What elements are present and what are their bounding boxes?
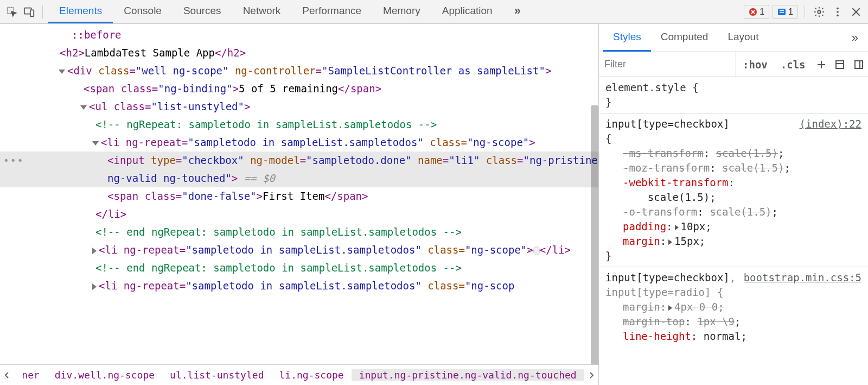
expand-shorthand-icon[interactable] [675,225,679,230]
css-property[interactable]: margin-top: 1px \9; [605,314,861,329]
dom-tree-panel: ::before <h2>LambdaTest Sample App</h2> … [0,24,599,385]
close-icon[interactable] [848,4,864,20]
svg-point-9 [837,11,839,13]
css-property[interactable]: -ms-transform: scale(1.5); [605,146,861,161]
css-property[interactable]: -moz-transform: scale(1.5); [605,161,861,175]
dom-node-li[interactable]: <li ng-repeat="sampletodo in sampleList.… [9,134,598,152]
tab-sources[interactable]: Sources [173,0,232,23]
rule-selector: input[type=checkbox] [605,117,800,131]
css-property[interactable]: padding:10px; [605,219,861,234]
css-property[interactable]: -webkit-transform: scale(1.5); [605,175,861,205]
dom-comment[interactable]: <!-- end ngRepeat: sampletodo in sampleL… [0,259,598,277]
device-toolbar-icon[interactable] [22,4,37,20]
breadcrumb-item[interactable]: li.ng-scope [271,369,351,381]
breadcrumb-scroll-left-icon[interactable] [0,372,14,378]
subtab-styles[interactable]: Styles [603,24,651,52]
styles-tab-bar: Styles Computed Layout » [599,24,868,52]
expand-shorthand-icon[interactable] [668,305,672,311]
expand-toggle-icon[interactable] [92,283,97,290]
dom-tree[interactable]: ::before <h2>LambdaTest Sample App</h2> … [0,24,598,364]
svg-point-7 [818,10,821,14]
subtab-computed[interactable]: Computed [651,24,718,52]
row-actions-icon[interactable]: ••• [3,152,24,169]
rule-selector: element.style { [605,80,861,95]
css-property[interactable]: line-height: normal; [605,329,861,344]
rule-source-link[interactable]: bootstrap.min.css:5 [744,270,861,300]
breadcrumb-item[interactable]: div.well.ng-scope [47,369,162,381]
svg-rect-11 [836,61,844,68]
dom-node-span-item[interactable]: <span class="done-false">First Item</spa… [0,187,598,205]
breadcrumb-trail: ner div.well.ng-scope ul.list-unstyled l… [0,364,598,385]
new-style-rule-icon[interactable] [812,59,831,70]
breadcrumb-item[interactable]: ner [14,369,47,381]
styles-toolbar: :hov .cls [599,52,868,77]
scrollbar[interactable] [591,105,598,364]
expand-toggle-icon[interactable] [59,70,65,74]
toggle-sidebar-icon[interactable] [850,59,868,70]
dom-node-ul[interactable]: <ul class="list-unstyled"> [0,98,598,116]
expand-shorthand-icon[interactable] [668,239,672,245]
hov-toggle[interactable]: :hov [736,59,774,71]
tab-elements[interactable]: Elements [48,0,113,23]
dom-node-li-collapsed[interactable]: <li ng-repeat="sampletodo in sampleList.… [9,277,598,295]
svg-rect-6 [780,12,784,13]
info-count: 1 [788,7,793,17]
tab-application[interactable]: Application [431,0,503,23]
svg-rect-12 [855,61,863,68]
css-property[interactable]: -o-transform: scale(1.5); [605,205,861,219]
svg-rect-5 [780,10,784,11]
svg-point-10 [837,14,839,16]
subtab-layout[interactable]: Layout [718,24,768,52]
pseudo-before: ::before [72,29,122,41]
css-property[interactable]: margin:15px; [605,234,861,249]
panel-tabs: Elements Console Sources Network Perform… [48,0,742,23]
rule-input-bootstrap[interactable]: input[type=checkbox], input[type=radio] … [599,267,868,347]
info-badge[interactable]: 1 [773,5,798,19]
expand-toggle-icon[interactable] [92,141,99,146]
dom-node-h2[interactable]: <h2>LambdaTest Sample App</h2> [0,44,598,62]
tab-console[interactable]: Console [113,0,173,23]
dom-node-input-selected[interactable]: •••<input type="checkbox" ng-model="samp… [0,152,598,187]
inspect-element-icon[interactable] [4,4,20,20]
tab-performance[interactable]: Performance [291,0,372,23]
expand-toggle-icon[interactable] [92,248,97,254]
dom-node-div[interactable]: <div class="well ng-scope" ng-controller… [9,62,598,80]
computed-styles-icon[interactable] [831,59,849,70]
dom-node-li-collapsed[interactable]: <li ng-repeat="sampletodo in sampleList.… [9,241,598,259]
styles-rules[interactable]: element.style { } input[type=checkbox] (… [599,77,868,385]
dom-comment[interactable]: <!-- ngRepeat: sampletodo in sampleList.… [0,116,598,134]
error-badge[interactable]: 1 [744,5,769,19]
rule-selector: input[type=checkbox], input[type=radio] … [605,270,744,300]
settings-gear-icon[interactable] [812,4,827,20]
svg-point-8 [837,7,839,9]
styles-panel: Styles Computed Layout » :hov .cls [599,24,868,385]
tab-network[interactable]: Network [232,0,292,23]
dom-comment[interactable]: <!-- end ngRepeat: sampletodo in sampleL… [0,223,598,241]
breadcrumb-item[interactable]: ul.list-unstyled [162,369,271,381]
css-property[interactable]: margin:4px 0 0; [605,300,861,314]
breadcrumb-scroll-right-icon[interactable] [584,372,598,378]
svg-rect-2 [30,10,34,16]
dom-node-span-remaining[interactable]: <span class="ng-binding">5 of 5 remainin… [0,80,598,98]
rule-input-checkbox[interactable]: input[type=checkbox] (index):22 { -ms-tr… [599,113,868,267]
kebab-menu-icon[interactable] [830,4,845,20]
breadcrumb-item-selected[interactable]: input.ng-pristine.ng-valid.ng-touched [352,369,584,381]
cls-toggle[interactable]: .cls [774,59,812,71]
tab-overflow-icon[interactable]: » [503,0,532,23]
styles-filter-input[interactable] [599,52,736,77]
error-count: 1 [760,7,764,17]
rule-element-style[interactable]: element.style { } [599,77,868,113]
dom-node-li-close[interactable]: </li> [0,205,598,223]
main-toolbar: Elements Console Sources Network Perform… [0,0,868,24]
expand-toggle-icon[interactable] [80,105,87,110]
subtab-overflow-icon[interactable]: » [846,31,864,45]
ellipsis-icon[interactable]: ⋯ [533,247,540,255]
rule-source-link[interactable]: (index):22 [800,117,861,131]
tab-memory[interactable]: Memory [372,0,431,23]
